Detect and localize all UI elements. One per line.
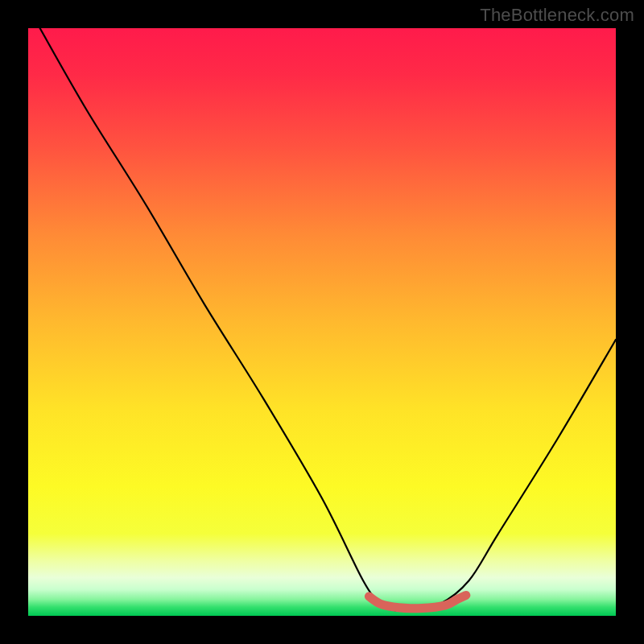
chart-frame: TheBottleneck.com: [0, 0, 644, 644]
curve-layer: [28, 28, 616, 616]
watermark-text: TheBottleneck.com: [480, 5, 634, 26]
bottleneck-curve: [40, 28, 616, 611]
plot-area: [28, 28, 616, 616]
